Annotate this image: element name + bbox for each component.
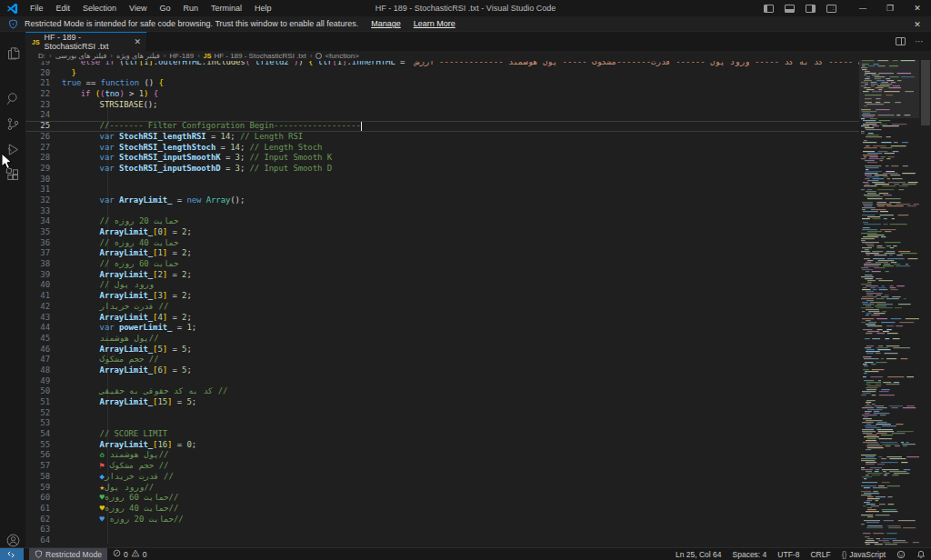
menu-go[interactable]: Go — [153, 0, 176, 16]
code-line-54[interactable]: 54// SCORE LIMIT — [25, 429, 859, 440]
source-control-icon[interactable] — [0, 112, 25, 135]
eol-status[interactable]: CRLF — [805, 548, 836, 560]
menu-edit[interactable]: Edit — [50, 0, 77, 16]
line-number: 36 — [25, 238, 62, 249]
explorer-icon[interactable] — [0, 41, 25, 65]
toggle-panel-icon[interactable] — [785, 5, 795, 13]
code-line-42[interactable]: 42قدرت خریدار // — [25, 302, 859, 313]
code-line-47[interactable]: 47حجم مشکوک // — [25, 355, 859, 365]
feedback-icon[interactable] — [891, 548, 911, 560]
code-line-31[interactable]: 31 — [25, 185, 859, 195]
code-line-29[interactable]: 29var StochRSI_inputSmoothD = 3; // Inpu… — [25, 164, 859, 175]
banner-close-icon[interactable]: ✕ — [911, 18, 924, 31]
notifications-bell-icon[interactable] — [911, 548, 931, 560]
breadcrumb-file[interactable]: HF - 189 - StochasticRSI .txt — [214, 52, 305, 60]
restricted-mode-status[interactable]: Restricted Mode — [29, 548, 107, 560]
toggle-secondary-sidebar-icon[interactable] — [806, 5, 816, 13]
split-editor-icon[interactable] — [896, 37, 906, 45]
encoding-status[interactable]: UTF-8 — [772, 548, 805, 560]
editor-scrollbar[interactable] — [920, 57, 931, 547]
minimap-slider[interactable] — [859, 60, 919, 118]
code-line-61[interactable]: 61♥حمایت 40 روزه// — [25, 504, 859, 515]
code-line-24[interactable]: 24 — [25, 110, 859, 121]
code-line-51[interactable]: 51ArrayLimit_[15] = 5; — [25, 397, 859, 408]
code-line-57[interactable]: 57⚑ حجم مشکوک // — [25, 461, 859, 472]
tab-close-icon[interactable]: ✕ — [134, 37, 141, 46]
code-line-64[interactable]: 64 — [25, 535, 859, 546]
manage-link[interactable]: Manage — [371, 19, 401, 28]
breadcrumb-symbol[interactable]: <function> — [325, 52, 358, 60]
language-status[interactable]: {} JavaScript — [836, 548, 891, 560]
code-line-36[interactable]: 36// حمایت 40 روزه — [25, 238, 859, 249]
code-line-46[interactable]: 46ArrayLimit_[5] = 5; — [25, 345, 859, 355]
code-line-37[interactable]: 37ArrayLimit_[1] = 2; — [25, 248, 859, 259]
menu-selection[interactable]: Selection — [76, 0, 123, 16]
learn-more-link[interactable]: Learn More — [414, 19, 455, 28]
code-line-44[interactable]: 44var powerLimit_ = 1; — [25, 323, 859, 334]
restore-button[interactable]: ❐ — [876, 0, 904, 16]
extensions-icon[interactable] — [0, 163, 25, 186]
code-line-58[interactable]: 58◆قدرت خریدار // — [25, 472, 859, 483]
breadcrumb-item[interactable]: فیلتر های ویژه — [116, 52, 160, 60]
code-line-52[interactable]: 52 — [25, 408, 859, 419]
code-line-56[interactable]: 56♻ پول هوشمند// — [25, 450, 859, 461]
code-text: حجم مشکوک // — [62, 355, 159, 365]
code-line-22[interactable]: 22if ((tno) > 1) { — [25, 89, 859, 100]
code-line-21[interactable]: 21true == function () { — [25, 78, 859, 89]
code-line-53[interactable]: 53 — [25, 418, 859, 429]
code-line-48[interactable]: 48ArrayLimit_[6] = 5; — [25, 365, 859, 376]
code-line-45[interactable]: 45پول هوشمند// — [25, 334, 859, 345]
problems-status[interactable]: 0 0 — [107, 548, 152, 560]
code-line-50[interactable]: 50کد به کد حقوقی به حقیقی // — [25, 386, 859, 397]
cursor-position-status[interactable]: Ln 25, Col 64 — [670, 548, 727, 560]
code-line-25[interactable]: 25//------- Filter Configoration Begin--… — [25, 121, 859, 132]
code-line-26[interactable]: 26var StochRSI_lengthRSI = 14; // Length… — [25, 132, 859, 143]
search-icon[interactable] — [0, 86, 25, 110]
indentation-status[interactable]: Spaces: 4 — [727, 548, 773, 560]
code-editor[interactable]: 19else if (ttr[1].outerHTML.includes( tf… — [25, 57, 859, 547]
code-line-34[interactable]: 34// حمایت 20 روزه — [25, 216, 859, 227]
menu-view[interactable]: View — [123, 0, 153, 16]
scrollbar-thumb[interactable] — [921, 60, 930, 125]
code-line-27[interactable]: 27var StochRSI_lengthStoch = 14; // Leng… — [25, 143, 859, 154]
more-actions-icon[interactable]: ⋯ — [915, 36, 924, 46]
code-line-20[interactable]: 20} — [25, 68, 859, 79]
remote-indicator[interactable] — [0, 548, 24, 560]
code-line-55[interactable]: 55ArrayLimit_[16] = 0; — [25, 440, 859, 451]
breadcrumb-item[interactable]: D: — [38, 52, 45, 60]
code-line-38[interactable]: 38// حمایت 60 روزه — [25, 259, 859, 270]
menu-file[interactable]: File — [24, 0, 50, 16]
code-line-41[interactable]: 41ArrayLimit_[3] = 2; — [25, 291, 859, 302]
code-line-60[interactable]: 60♥حمایت 60 روزه// — [25, 493, 859, 504]
minimap[interactable] — [859, 57, 919, 547]
code-line-32[interactable]: 32var ArrayLimit_ = new Array(); — [25, 195, 859, 206]
code-line-35[interactable]: 35ArrayLimit_[0] = 2; — [25, 227, 859, 238]
menu-help[interactable]: Help — [248, 0, 278, 16]
code-line-40[interactable]: 40// ورود پول — [25, 280, 859, 291]
code-line-62[interactable]: 62♥ حمایت 20 روزه// — [25, 515, 859, 525]
code-line-63[interactable]: 63 — [25, 525, 859, 535]
minimize-button[interactable]: — — [849, 0, 876, 16]
code-line-33[interactable]: 33 — [25, 206, 859, 217]
code-text: ArrayLimit_[3] = 2; — [62, 291, 192, 302]
breadcrumb-item[interactable]: فیلتر های بورسی — [55, 52, 107, 60]
breadcrumb[interactable]: D:›فیلتر های بورسی›فیلتر های ویژه›HF-189… — [25, 51, 859, 61]
code-line-28[interactable]: 28var StochRSI_inputSmoothK = 3; // Inpu… — [25, 153, 859, 164]
code-line-49[interactable]: 49 — [25, 376, 859, 387]
code-text: var StochRSI_inputSmoothK = 3; // Input … — [62, 153, 332, 164]
customize-layout-icon[interactable] — [826, 5, 836, 13]
code-text: ArrayLimit_[2] = 2; — [62, 270, 192, 281]
code-line-43[interactable]: 43ArrayLimit_[4] = 2; — [25, 313, 859, 324]
code-line-39[interactable]: 39ArrayLimit_[2] = 2; — [25, 270, 859, 281]
code-line-30[interactable]: 30 — [25, 175, 859, 185]
menu-run[interactable]: Run — [176, 0, 205, 16]
menu-terminal[interactable]: Terminal — [205, 0, 248, 16]
code-line-59[interactable]: 59★ورود پول// — [25, 483, 859, 494]
run-debug-icon[interactable] — [0, 137, 25, 161]
toggle-sidebar-icon[interactable] — [764, 5, 774, 13]
breadcrumb-item[interactable]: HF-189 — [169, 52, 194, 60]
tab-stochasticrsi[interactable]: JS HF - 189 - StochasticRSI .txt ✕ — [25, 32, 147, 51]
close-button[interactable]: ✕ — [904, 0, 931, 16]
code-line-23[interactable]: 23STRSIBASE(); — [25, 100, 859, 111]
line-number: 32 — [25, 195, 62, 206]
